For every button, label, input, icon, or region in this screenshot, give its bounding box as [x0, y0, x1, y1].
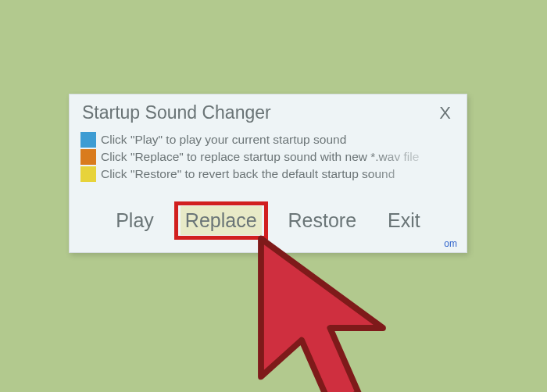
- info-text-restore: Click "Restore" to revert back the defau…: [101, 167, 395, 181]
- close-button[interactable]: X: [436, 103, 454, 123]
- exit-button[interactable]: Exit: [383, 206, 425, 235]
- swatch-restore-icon: [80, 166, 96, 182]
- swatch-replace-icon: [80, 149, 96, 165]
- replace-button-highlighted: Replace: [181, 206, 262, 235]
- info-row-replace: Click "Replace" to replace startup sound…: [80, 148, 456, 166]
- info-list: Click "Play" to play your current startu…: [80, 131, 456, 183]
- info-row-restore: Click "Restore" to revert back the defau…: [80, 166, 456, 183]
- restore-button[interactable]: Restore: [284, 206, 362, 235]
- play-button[interactable]: Play: [111, 206, 159, 235]
- titlebar: Startup Sound Changer X: [80, 102, 456, 130]
- info-text-play: Click "Play" to play your current startu…: [101, 133, 346, 147]
- info-row-play: Click "Play" to play your current startu…: [80, 131, 456, 148]
- window-title: Startup Sound Changer: [82, 102, 271, 123]
- link-fragment: om: [444, 238, 457, 249]
- button-row: Play Replace Restore Exit: [80, 206, 456, 235]
- info-text-replace: Click "Replace" to replace startup sound…: [101, 150, 419, 164]
- app-window: Startup Sound Changer X Click "Play" to …: [69, 94, 467, 253]
- replace-button[interactable]: Replace: [181, 206, 262, 235]
- swatch-play-icon: [80, 132, 96, 148]
